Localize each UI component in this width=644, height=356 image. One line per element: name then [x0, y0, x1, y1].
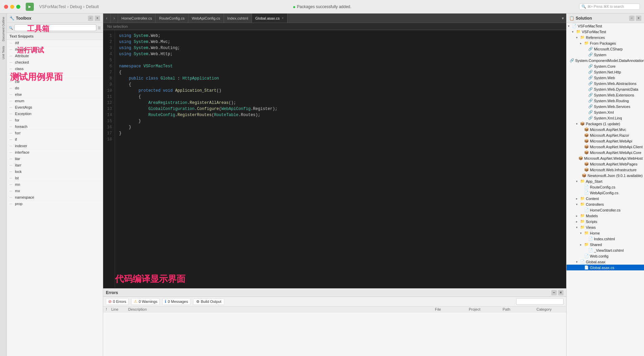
- snippet-item[interactable]: ···mx: [7, 188, 103, 194]
- toolbox-close-button[interactable]: ×: [95, 16, 100, 21]
- snippet-item[interactable]: ···mn: [7, 181, 103, 188]
- snippet-item[interactable]: ···EventArgs: [7, 104, 103, 111]
- tab-forward-button[interactable]: ›: [111, 14, 118, 23]
- errors-search-input[interactable]: [516, 298, 564, 305]
- tree-item[interactable]: 📦 Microsoft.AspNet.WebPages: [567, 161, 644, 167]
- snippet-item[interactable]: ···foreach: [7, 124, 103, 130]
- tree-item[interactable]: 📄 Index.cshtml: [567, 236, 644, 242]
- tree-item[interactable]: ▸ 📁 Scripts: [567, 219, 644, 224]
- tree-item[interactable]: ▾ 📄 Global.asax: [567, 259, 644, 265]
- tree-item[interactable]: ▸ 📁 From Packages: [567, 40, 644, 46]
- tree-item[interactable]: 📦 Microsoft.AspNet.WebApi.Core: [567, 150, 644, 155]
- snippet-item[interactable]: ···itar: [7, 156, 103, 162]
- tab-dropdown-button[interactable]: ▾: [559, 14, 566, 23]
- run-button[interactable]: ▶: [26, 3, 34, 11]
- tree-item[interactable]: ▾ 📁 References: [567, 35, 644, 40]
- build-output-button[interactable]: ⚙ Build Output: [193, 298, 225, 305]
- tree-item[interactable]: ▾ 📄 VSForMacTest: [567, 23, 644, 29]
- tab-webapiconfig[interactable]: WebApiConfig.cs: [188, 14, 224, 23]
- tree-item[interactable]: 🔗 System.Net.Http: [567, 69, 644, 75]
- tree-item[interactable]: ▾ 📦 Packages (1 update): [567, 121, 644, 127]
- search-bar[interactable]: 🔍 ⌘+ Press ⌘K to search: [579, 3, 640, 10]
- snippet-item[interactable]: ···class: [7, 66, 103, 72]
- tree-item[interactable]: 📦 Microsoft.Web.Infrastructure: [567, 167, 644, 173]
- tab-close-icon[interactable]: ×: [282, 16, 284, 20]
- tree-item[interactable]: 📦 Microsoft.AspNet.WebApi.WebHost: [567, 155, 644, 161]
- tree-item[interactable]: 📦 Newtonsoft.Json (9.0.1 available): [567, 173, 644, 178]
- snippet-item[interactable]: ···if: [7, 136, 103, 143]
- tree-item[interactable]: 🔗 System.Web.Extensions: [567, 92, 644, 98]
- snippet-item[interactable]: ···indexer: [7, 143, 103, 149]
- tree-item[interactable]: 📄 _ViewStart.cshtml: [567, 247, 644, 253]
- tree-item[interactable]: ▾ 📁 Home: [567, 230, 644, 236]
- tree-item[interactable]: 🔗 System: [567, 52, 644, 58]
- snippet-item[interactable]: ···for: [7, 117, 103, 124]
- tree-item[interactable]: 📄 Web.config: [567, 253, 644, 259]
- tree-item[interactable]: ▾ 📁 Controllers: [567, 201, 644, 207]
- tree-item[interactable]: 🔗 System.Web.Abstractions: [567, 81, 644, 86]
- tree-item[interactable]: 📄 WebApiConfig.cs: [567, 190, 644, 196]
- warnings-count-button[interactable]: ⚠ 0 Warnings: [131, 298, 160, 305]
- snippet-item[interactable]: ···ctor: [7, 72, 103, 79]
- snippet-item[interactable]: ···itarr: [7, 162, 103, 169]
- snippet-item[interactable]: ···#if: [7, 40, 103, 46]
- errors-count-button[interactable]: ⊘ 0 Errors: [106, 298, 129, 305]
- tree-item[interactable]: ▸ 📁 Shared: [567, 242, 644, 247]
- solution-close-button[interactable]: ×: [636, 16, 641, 21]
- tab-globalasax[interactable]: Global.asax.cs ×: [252, 14, 288, 23]
- snippet-item[interactable]: ···cw: [7, 79, 103, 85]
- snippet-item[interactable]: ···checked: [7, 59, 103, 66]
- maximize-button[interactable]: [16, 5, 20, 9]
- tree-item[interactable]: 🔗 System.Web.Routing: [567, 98, 644, 104]
- tree-item[interactable]: ▾ 📁 VSForMacTest: [567, 29, 644, 35]
- errors-close-button[interactable]: ×: [558, 290, 564, 295]
- snippet-item[interactable]: ···Attribute: [7, 53, 103, 59]
- snippet-item[interactable]: ···lst: [7, 175, 103, 181]
- solution-pin-button[interactable]: −: [629, 16, 635, 21]
- toolbox-pin-button[interactable]: −: [88, 16, 93, 21]
- tree-item[interactable]: 🔗 System.Web.Services: [567, 104, 644, 109]
- tab-routeconfig[interactable]: RouteConfig.cs: [156, 14, 188, 23]
- minimize-button[interactable]: [10, 5, 14, 9]
- close-button[interactable]: [4, 5, 8, 9]
- messages-count-button[interactable]: ℹ 0 Messages: [162, 298, 190, 305]
- snippet-item[interactable]: ···enum: [7, 98, 103, 104]
- snippet-item[interactable]: ···else: [7, 91, 103, 98]
- unit-tests-tab[interactable]: Unit Tests: [1, 44, 6, 61]
- tree-item[interactable]: 📦 Microsoft.AspNet.WebApi: [567, 138, 644, 144]
- toolbox-search-input[interactable]: [14, 24, 96, 31]
- snippet-item[interactable]: ···prop: [7, 201, 103, 207]
- tree-item[interactable]: 🔗 System.Core: [567, 63, 644, 69]
- snippet-item[interactable]: ···interface: [7, 149, 103, 156]
- tree-item[interactable]: 📦 Microsoft.AspNet.Mvc: [567, 127, 644, 132]
- tree-item[interactable]: 🔗 System.Web.DynamicData: [567, 86, 644, 92]
- tree-item[interactable]: 📦 Microsoft.AspNet.Razor: [567, 132, 644, 138]
- code-editor[interactable]: 123456789101112131415161718 using System…: [103, 30, 566, 288]
- editor-area[interactable]: No selection 123456789101112131415161718…: [103, 23, 566, 288]
- tree-item[interactable]: 🔗 System.Xml.Linq: [567, 115, 644, 121]
- tab-homecontroller[interactable]: HomeController.cs: [118, 14, 156, 23]
- tree-item[interactable]: ▸ 📁 Models: [567, 213, 644, 219]
- tree-item[interactable]: ▾ 📁 App_Start: [567, 178, 644, 184]
- tree-item[interactable]: ▸ 📁 Content: [567, 196, 644, 201]
- tree-item[interactable]: 📦 Microsoft.AspNet.WebApi.Client: [567, 144, 644, 150]
- tree-item[interactable]: 📄 RouteConfig.cs: [567, 184, 644, 190]
- snippet-item[interactable]: ···namespace: [7, 194, 103, 201]
- tree-item[interactable]: 📄 HomeController.cs: [567, 207, 644, 213]
- snippet-item[interactable]: ···do: [7, 85, 103, 91]
- toolbox-sort-icon[interactable]: ☰: [98, 26, 101, 30]
- document-outline-tab[interactable]: Document Outline: [1, 15, 6, 43]
- tree-item[interactable]: ▾ 📁 Views: [567, 224, 644, 230]
- tree-item[interactable]: 🔗 System.Xml: [567, 109, 644, 115]
- tree-item[interactable]: 🔗 System.ComponentModel.DataAnnotations: [567, 58, 644, 63]
- tree-item[interactable]: 📄 Global.asax.cs: [567, 265, 644, 270]
- tree-item[interactable]: 🔗 Microsoft.CSharp: [567, 46, 644, 52]
- tree-item[interactable]: 🔗 System.Web: [567, 75, 644, 81]
- snippet-item[interactable]: ···#region: [7, 46, 103, 53]
- tab-back-button[interactable]: ‹: [103, 14, 111, 23]
- snippet-item[interactable]: ···lock: [7, 169, 103, 175]
- errors-minimize-button[interactable]: −: [551, 290, 557, 295]
- tab-indexcshtml[interactable]: Index.cshtml: [224, 14, 252, 23]
- snippet-item[interactable]: ···forr: [7, 130, 103, 136]
- snippet-item[interactable]: ···Exception: [7, 111, 103, 117]
